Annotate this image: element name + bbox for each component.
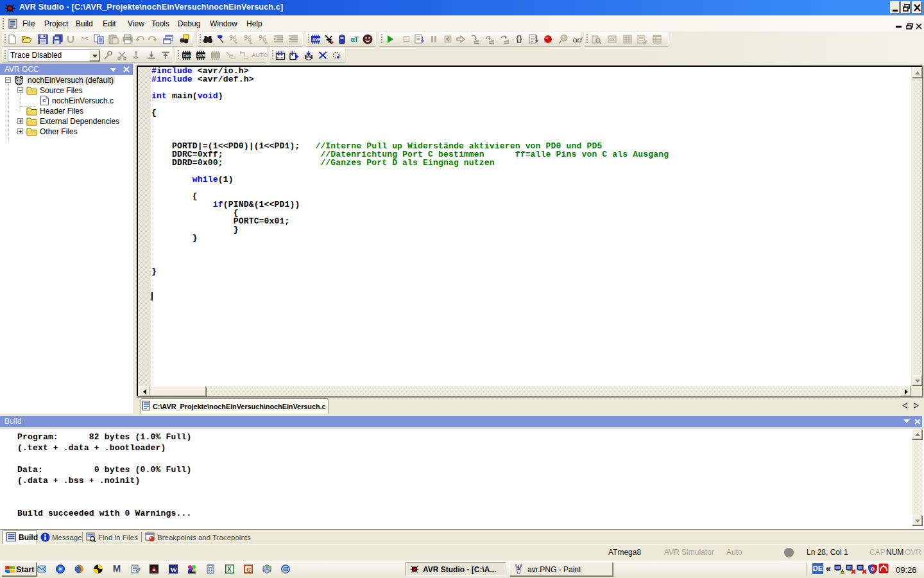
svg-text:AVR: AVR	[312, 37, 321, 42]
svg-text:X: X	[227, 566, 232, 573]
svg-text:C: C	[42, 98, 46, 103]
svg-text:E2: E2	[231, 56, 235, 60]
svg-text:W: W	[170, 566, 177, 574]
svg-text:AVR: AVR	[197, 53, 206, 58]
svg-text:ox: ox	[610, 37, 615, 42]
svg-text:T: T	[132, 56, 134, 60]
svg-text:Con: Con	[183, 53, 191, 58]
svg-text:E2: E2	[244, 56, 249, 60]
svg-text:G: G	[246, 566, 251, 573]
